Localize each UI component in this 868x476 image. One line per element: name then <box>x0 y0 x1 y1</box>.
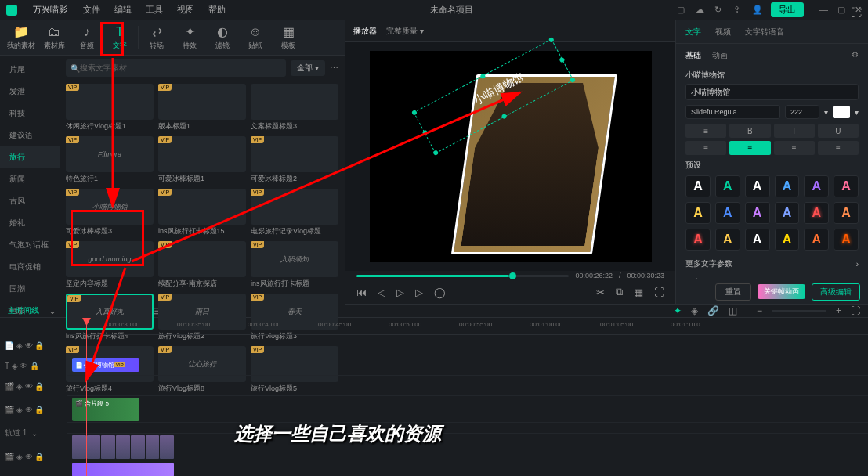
asset-item[interactable]: VIP可爱冰棒标题2 <box>251 136 338 184</box>
play-icon[interactable]: ▷ <box>396 287 404 298</box>
text-preset[interactable]: A <box>685 229 711 251</box>
zoom-in-icon[interactable]: + <box>836 305 841 316</box>
text-preset[interactable]: A <box>745 175 770 197</box>
track-header-main[interactable]: 🎬 ◈ 👁 🔒 <box>0 443 67 470</box>
text-preset[interactable]: A <box>715 175 740 197</box>
link-icon[interactable]: 🔗 <box>707 305 719 316</box>
time-ruler[interactable]: 00:00:30:0000:00:35:0000:00:40:0000:00:4… <box>67 318 868 335</box>
tool-templates[interactable]: ▦模板 <box>272 20 305 55</box>
tool-text[interactable]: T文字 <box>103 20 136 55</box>
preview-quality-dropdown[interactable]: 完整质量 ▾ <box>386 26 424 37</box>
preview-canvas[interactable]: 小喵博物馆 <box>345 42 675 271</box>
asset-item[interactable]: VIP续配分享·南京探店 <box>158 241 246 289</box>
text-preset[interactable]: A <box>804 229 829 251</box>
inspector-tab-text[interactable]: 文字 <box>685 27 701 38</box>
color-swatch[interactable] <box>833 106 850 118</box>
text-preset[interactable]: A <box>775 202 800 224</box>
text-preset[interactable]: A <box>834 229 859 251</box>
main-clip[interactable] <box>72 435 174 459</box>
font-family-select[interactable]: Slidefu Regula <box>685 105 780 119</box>
asset-item[interactable]: VIPFilmora特色旅行1 <box>66 136 154 184</box>
eyedropper-icon[interactable]: ▾ <box>855 108 859 117</box>
search-input[interactable]: 🔍 搜索文字素材 <box>66 60 286 77</box>
menu-edit[interactable]: 编辑 <box>114 4 132 16</box>
playhead[interactable] <box>86 318 87 476</box>
ai-icon[interactable]: ✦ <box>674 305 682 316</box>
settings-icon[interactable]: ⚙ <box>852 50 859 63</box>
halign-justify-button[interactable]: ≡ <box>818 141 859 155</box>
align-left-button[interactable]: ≡ <box>685 124 726 138</box>
text-preset[interactable]: A <box>745 202 770 224</box>
stop-icon[interactable]: ◯ <box>434 287 446 298</box>
track-row[interactable] <box>67 423 868 434</box>
asset-item[interactable]: VIP可爱冰棒标题1 <box>158 136 246 184</box>
advanced-edit-button[interactable]: 高级编辑 <box>812 283 860 301</box>
tool-stickers[interactable]: ☺贴纸 <box>239 20 272 55</box>
track-row-text[interactable]: 📄 小喵博物馆 VIP <box>67 355 868 376</box>
text-preset[interactable]: A <box>775 229 800 251</box>
text-preset[interactable]: A <box>715 202 740 224</box>
track-header-audio[interactable]: ♪ ◈ 🔇 🔒 <box>0 470 67 476</box>
track-header-video2[interactable]: 🎬 ◈ 👁 🔒 <box>0 376 67 396</box>
maximize-icon[interactable]: ▢ <box>837 5 845 15</box>
menu-help[interactable]: 帮助 <box>208 4 226 16</box>
text-preset[interactable]: A <box>685 175 711 197</box>
track-header-text2[interactable]: T ◈ 👁 🔒 <box>0 355 67 376</box>
inspector-tab-video[interactable]: 视频 <box>715 27 731 38</box>
menu-file[interactable]: 文件 <box>83 4 100 16</box>
asset-item[interactable]: 文案标题标题3 <box>251 84 338 132</box>
account-icon[interactable]: 👤 <box>752 5 763 16</box>
more-icon[interactable]: ⋯ <box>330 63 338 74</box>
chevron-right-icon[interactable]: › <box>856 260 859 269</box>
reset-button[interactable]: 重置 <box>715 283 751 301</box>
text-preset[interactable]: A <box>775 175 800 197</box>
text-preset[interactable]: A <box>715 229 740 251</box>
cloud-icon[interactable]: ☁ <box>696 5 707 16</box>
asset-item[interactable]: VIP版本标题1 <box>158 84 246 132</box>
asset-item[interactable]: VIP入职须知ins风旅行打卡标题 <box>251 241 338 289</box>
asset-item[interactable]: VIP小喵博物馆可爱冰棒标题3 <box>66 189 154 236</box>
more-params-label[interactable]: 更多文字参数 <box>685 258 732 269</box>
italic-button[interactable]: I <box>774 124 815 138</box>
text-preset[interactable]: A <box>745 229 770 251</box>
text-preset[interactable]: A <box>834 175 859 197</box>
text-content-input[interactable] <box>685 84 859 100</box>
export-button[interactable]: 导出 <box>771 2 804 17</box>
underline-button[interactable]: U <box>818 124 859 138</box>
tool-my-media[interactable]: 📁我的素材 <box>5 20 38 55</box>
progress-bar[interactable] <box>356 275 569 277</box>
tool-filters[interactable]: ◐滤镜 <box>206 20 239 55</box>
tool-effects[interactable]: ✦特效 <box>173 20 206 55</box>
tool-transition[interactable]: ⇄转场 <box>140 20 173 55</box>
halign-left-button[interactable]: ≡ <box>685 141 726 155</box>
track-header-text[interactable]: 📄 ◈ 👁 🔒 <box>0 335 67 355</box>
timeline-mode[interactable]: 主时间线 <box>8 305 39 316</box>
audio-clip[interactable] <box>72 463 174 476</box>
subtab-basic[interactable]: 基础 <box>685 50 701 63</box>
fit-icon[interactable]: ⛶ <box>851 305 860 316</box>
filter-dropdown[interactable]: 全部 ▾ <box>291 60 325 76</box>
track-row-main[interactable] <box>67 434 868 460</box>
video-clip[interactable]: 🎬 合片段 5 <box>72 398 139 421</box>
color-picker-icon[interactable]: ▾ <box>824 108 828 117</box>
category-item[interactable]: 电商促销 <box>0 256 60 278</box>
zoom-out-icon[interactable]: − <box>757 305 762 316</box>
fullscreen-icon[interactable]: ⛶ <box>654 287 664 298</box>
quality-icon[interactable]: ▦ <box>634 287 643 298</box>
category-item[interactable]: 气泡对话框 <box>0 234 60 256</box>
preview-tab-player[interactable]: 播放器 <box>353 26 377 37</box>
layout-icon[interactable]: ▢ <box>677 5 688 16</box>
asset-item[interactable]: VIPgood morning坚定内容标题 <box>66 241 154 289</box>
prev-frame-icon[interactable]: ◁ <box>378 287 385 298</box>
compare-icon[interactable]: ⧉ <box>616 286 623 298</box>
category-item[interactable]: 片尾 <box>0 59 60 81</box>
minimize-icon[interactable]: — <box>819 5 828 15</box>
asset-item[interactable]: VIP休闲旅行Vlog标题1 <box>66 84 154 132</box>
marker-icon[interactable]: ◈ <box>691 305 698 316</box>
category-item[interactable]: 新闻 <box>0 168 60 190</box>
history-icon[interactable]: ↻ <box>714 5 725 16</box>
text-preset[interactable]: A <box>685 202 711 224</box>
category-item[interactable]: 古风 <box>0 190 60 212</box>
snapshot-icon[interactable]: ⛶ <box>851 6 862 19</box>
text-preset[interactable]: A <box>834 202 859 224</box>
